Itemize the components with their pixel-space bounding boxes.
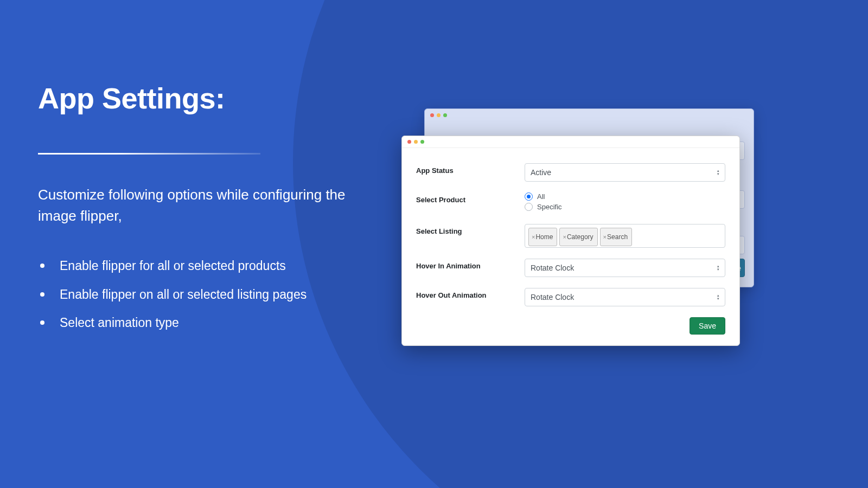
hover-out-select[interactable]: Rotate Clock ▴▾ xyxy=(525,288,725,306)
chevron-updown-icon: ▴▾ xyxy=(717,265,719,271)
listing-tag-category[interactable]: ×Category xyxy=(559,228,597,246)
select-product-label: Select Product xyxy=(416,192,525,213)
hover-in-value: Rotate Clock xyxy=(531,264,574,272)
radio-unchecked-icon xyxy=(525,203,533,211)
hero-bullet: Enable flipper on all or selected listin… xyxy=(38,285,374,304)
listing-tag-search[interactable]: ×Search xyxy=(600,228,632,246)
select-listing-tags-input[interactable]: ×Home ×Category ×Search xyxy=(525,224,725,248)
window-max-icon xyxy=(443,113,447,117)
hover-in-select[interactable]: Rotate Clock ▴▾ xyxy=(525,259,725,277)
window-chrome xyxy=(402,136,739,148)
window-max-icon[interactable] xyxy=(420,140,424,144)
page-title: App Settings: xyxy=(38,81,374,115)
divider xyxy=(38,153,260,155)
hero-copy: App Settings: Customize following option… xyxy=(38,81,374,342)
hover-out-value: Rotate Clock xyxy=(531,293,574,301)
window-close-icon[interactable] xyxy=(407,140,411,144)
close-icon: × xyxy=(563,234,566,240)
hover-out-label: Hover Out Animation xyxy=(416,288,525,306)
hero-bullet-list: Enable flipper for all or selected produ… xyxy=(38,256,374,332)
save-button[interactable]: Save xyxy=(690,317,725,335)
app-status-label: App Status xyxy=(416,163,525,182)
chevron-updown-icon: ▴▾ xyxy=(717,169,719,176)
chevron-updown-icon: ▴▾ xyxy=(717,294,719,300)
select-product-radio-specific[interactable]: Specific xyxy=(525,203,725,211)
close-icon: × xyxy=(532,234,535,240)
select-listing-label: Select Listing xyxy=(416,224,525,248)
app-status-select[interactable]: Active ▴▾ xyxy=(525,163,725,182)
hero-bullet: Select animation type xyxy=(38,313,374,332)
window-close-icon xyxy=(430,113,434,117)
app-status-value: Active xyxy=(531,168,551,177)
radio-checked-icon xyxy=(525,192,533,201)
window-min-icon[interactable] xyxy=(414,140,418,144)
window-min-icon xyxy=(437,113,441,117)
close-icon: × xyxy=(603,234,607,240)
hero-subtitle: Customize following options while config… xyxy=(38,184,374,227)
hover-in-label: Hover In Animation xyxy=(416,259,525,277)
window-chrome xyxy=(425,109,754,121)
settings-window: App Status Active ▴▾ Select Product All … xyxy=(401,136,740,346)
listing-tag-home[interactable]: ×Home xyxy=(528,228,557,246)
select-product-radio-all[interactable]: All xyxy=(525,192,725,201)
hero-bullet: Enable flipper for all or selected produ… xyxy=(38,256,374,275)
settings-form: App Status Active ▴▾ Select Product All … xyxy=(402,148,739,345)
